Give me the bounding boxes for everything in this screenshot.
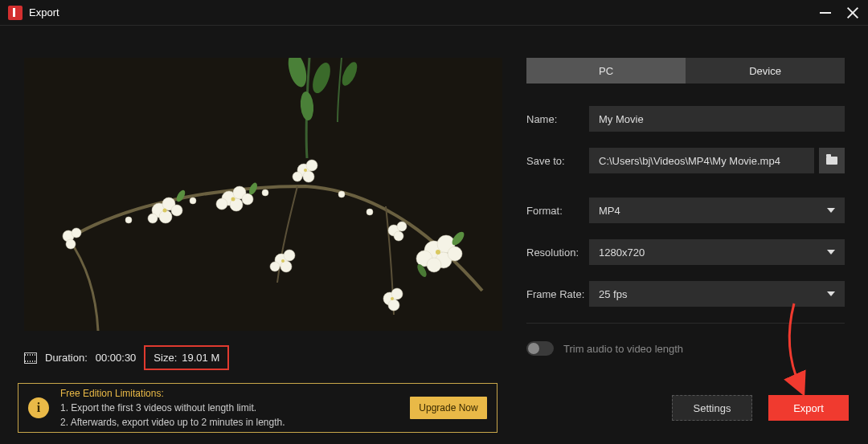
resolution-label: Resolution: bbox=[526, 246, 589, 259]
svg-point-43 bbox=[163, 209, 167, 213]
titlebar: Export bbox=[0, 0, 868, 26]
film-icon bbox=[24, 352, 37, 364]
format-label: Format: bbox=[526, 205, 589, 217]
tab-device[interactable]: Device bbox=[686, 58, 845, 84]
framerate-label: Frame Rate: bbox=[526, 288, 589, 300]
trim-label: Trim audio to video length bbox=[563, 343, 683, 355]
resolution-select[interactable]: 1280x720 bbox=[589, 239, 845, 265]
close-button[interactable] bbox=[845, 6, 860, 20]
chevron-down-icon bbox=[827, 250, 835, 255]
browse-button[interactable] bbox=[819, 148, 845, 173]
svg-point-28 bbox=[394, 231, 403, 241]
limits-line-1: 1. Export the first 3 videos without len… bbox=[60, 401, 399, 415]
tab-pc[interactable]: PC bbox=[526, 58, 686, 84]
svg-point-23 bbox=[284, 250, 295, 261]
framerate-select[interactable]: 25 fps bbox=[589, 281, 845, 307]
limits-line-2: 2. Afterwards, export video up to 2 minu… bbox=[60, 415, 399, 430]
settings-button[interactable]: Settings bbox=[672, 395, 752, 421]
chevron-down-icon bbox=[827, 208, 835, 213]
svg-point-45 bbox=[304, 169, 307, 172]
svg-point-11 bbox=[171, 205, 182, 216]
svg-point-6 bbox=[72, 228, 81, 238]
size-highlight: Size: 19.01 M bbox=[144, 345, 229, 370]
svg-point-12 bbox=[148, 214, 158, 223]
duration-label: Duration: bbox=[45, 352, 88, 364]
size-label: Size: bbox=[154, 352, 177, 364]
svg-point-47 bbox=[436, 250, 440, 255]
info-icon: i bbox=[28, 397, 49, 418]
svg-point-19 bbox=[306, 160, 317, 171]
svg-point-10 bbox=[159, 210, 172, 223]
svg-point-46 bbox=[281, 259, 285, 263]
folder-icon bbox=[826, 157, 837, 165]
svg-point-7 bbox=[66, 239, 76, 249]
format-select[interactable]: MP4 bbox=[589, 198, 845, 223]
saveto-input[interactable] bbox=[589, 148, 814, 173]
minimize-button[interactable] bbox=[820, 12, 831, 14]
svg-point-27 bbox=[397, 222, 407, 231]
svg-point-34 bbox=[427, 258, 441, 272]
svg-point-40 bbox=[262, 189, 268, 196]
trim-toggle[interactable] bbox=[526, 341, 554, 356]
svg-point-25 bbox=[270, 262, 280, 271]
svg-point-37 bbox=[388, 299, 399, 311]
svg-point-48 bbox=[391, 297, 394, 300]
limitations-box: i Free Edition Limitations: 1. Export th… bbox=[18, 383, 497, 433]
duration-value: 00:00:30 bbox=[96, 352, 137, 364]
window-title: Export bbox=[29, 6, 59, 18]
svg-point-21 bbox=[293, 172, 302, 181]
video-preview bbox=[24, 58, 502, 331]
svg-point-17 bbox=[216, 198, 227, 210]
app-icon bbox=[8, 6, 23, 20]
name-input[interactable] bbox=[589, 106, 845, 132]
size-value: 19.01 M bbox=[182, 352, 219, 364]
svg-point-33 bbox=[448, 246, 462, 261]
preview-info: Duration: 00:00:30 Size: 19.01 M bbox=[24, 345, 502, 370]
framerate-value: 25 fps bbox=[599, 288, 627, 300]
preview-image bbox=[24, 58, 502, 331]
upgrade-button[interactable]: Upgrade Now bbox=[410, 397, 487, 419]
chevron-down-icon bbox=[827, 291, 835, 296]
svg-point-16 bbox=[242, 193, 253, 205]
svg-point-20 bbox=[303, 171, 314, 182]
svg-point-38 bbox=[125, 217, 132, 223]
output-tabs: PC Device bbox=[526, 58, 845, 84]
svg-point-39 bbox=[190, 198, 196, 204]
svg-point-42 bbox=[366, 209, 373, 215]
saveto-label: Save to: bbox=[526, 155, 589, 167]
format-value: MP4 bbox=[599, 205, 620, 217]
export-button[interactable]: Export bbox=[768, 395, 849, 421]
svg-point-41 bbox=[338, 191, 345, 198]
resolution-value: 1280x720 bbox=[599, 246, 645, 259]
limits-title: Free Edition Limitations: bbox=[60, 386, 399, 401]
name-label: Name: bbox=[526, 113, 589, 125]
svg-point-24 bbox=[280, 261, 292, 272]
svg-point-44 bbox=[231, 198, 235, 202]
